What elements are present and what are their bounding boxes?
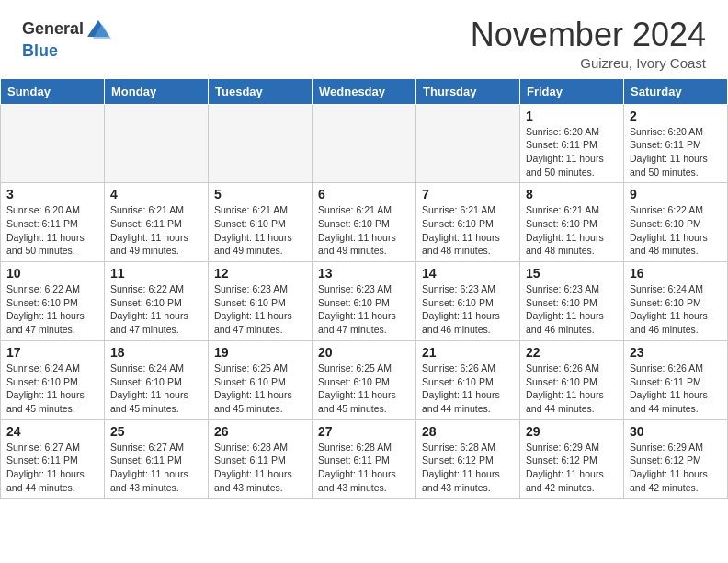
header-friday: Friday <box>520 78 624 104</box>
table-row: 15Sunrise: 6:23 AM Sunset: 6:10 PM Dayli… <box>520 262 624 341</box>
table-row <box>209 104 313 183</box>
day-info: Sunrise: 6:29 AM Sunset: 6:12 PM Dayligh… <box>630 441 722 495</box>
day-info: Sunrise: 6:22 AM Sunset: 6:10 PM Dayligh… <box>110 282 202 337</box>
day-info: Sunrise: 6:28 AM Sunset: 6:12 PM Dayligh… <box>422 441 514 495</box>
day-info: Sunrise: 6:21 AM Sunset: 6:11 PM Dayligh… <box>110 203 202 258</box>
table-row: 9Sunrise: 6:22 AM Sunset: 6:10 PM Daylig… <box>624 183 728 262</box>
table-row: 6Sunrise: 6:21 AM Sunset: 6:10 PM Daylig… <box>313 183 416 262</box>
table-row: 20Sunrise: 6:25 AM Sunset: 6:10 PM Dayli… <box>313 340 416 419</box>
header-thursday: Thursday <box>416 78 520 104</box>
day-number: 20 <box>318 345 410 360</box>
day-info: Sunrise: 6:28 AM Sunset: 6:11 PM Dayligh… <box>214 441 306 495</box>
day-info: Sunrise: 6:21 AM Sunset: 6:10 PM Dayligh… <box>526 203 618 258</box>
table-row: 13Sunrise: 6:23 AM Sunset: 6:10 PM Dayli… <box>313 262 416 341</box>
calendar-week-4: 17Sunrise: 6:24 AM Sunset: 6:10 PM Dayli… <box>1 340 728 419</box>
header-sunday: Sunday <box>1 78 105 104</box>
logo-blue: Blue <box>22 42 111 61</box>
day-number: 7 <box>422 187 514 201</box>
day-number: 9 <box>630 187 722 201</box>
table-row: 21Sunrise: 6:26 AM Sunset: 6:10 PM Dayli… <box>416 340 520 419</box>
day-number: 1 <box>526 109 618 123</box>
day-number: 11 <box>110 266 202 281</box>
table-row: 25Sunrise: 6:27 AM Sunset: 6:11 PM Dayli… <box>105 419 209 499</box>
table-row: 5Sunrise: 6:21 AM Sunset: 6:10 PM Daylig… <box>209 183 313 262</box>
table-row <box>313 104 416 183</box>
table-row: 14Sunrise: 6:23 AM Sunset: 6:10 PM Dayli… <box>416 262 520 341</box>
table-row: 12Sunrise: 6:23 AM Sunset: 6:10 PM Dayli… <box>209 262 313 341</box>
logo-general: General <box>22 20 84 39</box>
calendar-week-2: 3Sunrise: 6:20 AM Sunset: 6:11 PM Daylig… <box>1 183 728 262</box>
table-row <box>416 104 520 183</box>
day-number: 14 <box>422 266 514 281</box>
day-number: 8 <box>526 187 618 201</box>
day-number: 4 <box>110 187 202 201</box>
day-info: Sunrise: 6:24 AM Sunset: 6:10 PM Dayligh… <box>110 362 202 416</box>
table-row: 8Sunrise: 6:21 AM Sunset: 6:10 PM Daylig… <box>520 183 624 262</box>
table-row: 28Sunrise: 6:28 AM Sunset: 6:12 PM Dayli… <box>416 419 520 499</box>
table-row: 26Sunrise: 6:28 AM Sunset: 6:11 PM Dayli… <box>209 419 313 499</box>
table-row: 23Sunrise: 6:26 AM Sunset: 6:11 PM Dayli… <box>624 340 728 419</box>
header-monday: Monday <box>105 78 209 104</box>
day-number: 27 <box>318 424 410 439</box>
day-info: Sunrise: 6:20 AM Sunset: 6:11 PM Dayligh… <box>630 125 722 179</box>
title-block: November 2024 Guizreu, Ivory Coast <box>471 17 706 71</box>
header-wednesday: Wednesday <box>313 78 416 104</box>
day-info: Sunrise: 6:20 AM Sunset: 6:11 PM Dayligh… <box>526 125 618 179</box>
day-number: 22 <box>526 345 618 360</box>
day-info: Sunrise: 6:27 AM Sunset: 6:11 PM Dayligh… <box>110 441 202 495</box>
day-number: 24 <box>6 424 98 439</box>
table-row: 1Sunrise: 6:20 AM Sunset: 6:11 PM Daylig… <box>520 104 624 183</box>
page-header: General Blue November 2024 Guizreu, Ivor… <box>0 0 728 78</box>
calendar-wrapper: Sunday Monday Tuesday Wednesday Thursday… <box>0 78 728 500</box>
day-info: Sunrise: 6:21 AM Sunset: 6:10 PM Dayligh… <box>422 203 514 258</box>
day-info: Sunrise: 6:26 AM Sunset: 6:10 PM Dayligh… <box>526 362 618 416</box>
day-info: Sunrise: 6:24 AM Sunset: 6:10 PM Dayligh… <box>630 282 722 337</box>
table-row: 7Sunrise: 6:21 AM Sunset: 6:10 PM Daylig… <box>416 183 520 262</box>
day-number: 28 <box>422 424 514 439</box>
table-row: 29Sunrise: 6:29 AM Sunset: 6:12 PM Dayli… <box>520 419 624 499</box>
day-info: Sunrise: 6:26 AM Sunset: 6:11 PM Dayligh… <box>630 362 722 416</box>
day-info: Sunrise: 6:21 AM Sunset: 6:10 PM Dayligh… <box>214 203 306 258</box>
table-row: 16Sunrise: 6:24 AM Sunset: 6:10 PM Dayli… <box>624 262 728 341</box>
table-row: 24Sunrise: 6:27 AM Sunset: 6:11 PM Dayli… <box>1 419 105 499</box>
table-row: 10Sunrise: 6:22 AM Sunset: 6:10 PM Dayli… <box>1 262 105 341</box>
day-number: 5 <box>214 187 306 201</box>
day-number: 15 <box>526 266 618 281</box>
day-number: 29 <box>526 424 618 439</box>
day-number: 30 <box>630 424 722 439</box>
day-info: Sunrise: 6:20 AM Sunset: 6:11 PM Dayligh… <box>6 203 98 258</box>
table-row: 4Sunrise: 6:21 AM Sunset: 6:11 PM Daylig… <box>105 183 209 262</box>
day-info: Sunrise: 6:22 AM Sunset: 6:10 PM Dayligh… <box>6 282 98 337</box>
table-row: 19Sunrise: 6:25 AM Sunset: 6:10 PM Dayli… <box>209 340 313 419</box>
day-info: Sunrise: 6:27 AM Sunset: 6:11 PM Dayligh… <box>6 441 98 495</box>
day-info: Sunrise: 6:23 AM Sunset: 6:10 PM Dayligh… <box>422 282 514 337</box>
table-row: 30Sunrise: 6:29 AM Sunset: 6:12 PM Dayli… <box>624 419 728 499</box>
table-row: 18Sunrise: 6:24 AM Sunset: 6:10 PM Dayli… <box>105 340 209 419</box>
day-info: Sunrise: 6:21 AM Sunset: 6:10 PM Dayligh… <box>318 203 410 258</box>
day-number: 16 <box>630 266 722 281</box>
table-row: 3Sunrise: 6:20 AM Sunset: 6:11 PM Daylig… <box>1 183 105 262</box>
day-number: 10 <box>6 266 98 281</box>
logo: General Blue <box>22 17 111 61</box>
day-number: 17 <box>6 345 98 360</box>
calendar-week-1: 1Sunrise: 6:20 AM Sunset: 6:11 PM Daylig… <box>1 104 728 183</box>
day-number: 26 <box>214 424 306 439</box>
day-number: 23 <box>630 345 722 360</box>
day-info: Sunrise: 6:22 AM Sunset: 6:10 PM Dayligh… <box>630 203 722 258</box>
weekday-header-row: Sunday Monday Tuesday Wednesday Thursday… <box>1 78 728 104</box>
day-number: 13 <box>318 266 410 281</box>
location-title: Guizreu, Ivory Coast <box>471 55 706 71</box>
table-row <box>1 104 105 183</box>
calendar-week-5: 24Sunrise: 6:27 AM Sunset: 6:11 PM Dayli… <box>1 419 728 499</box>
logo-icon <box>85 17 111 42</box>
day-number: 25 <box>110 424 202 439</box>
day-info: Sunrise: 6:23 AM Sunset: 6:10 PM Dayligh… <box>214 282 306 337</box>
day-info: Sunrise: 6:24 AM Sunset: 6:10 PM Dayligh… <box>6 362 98 416</box>
day-number: 6 <box>318 187 410 201</box>
day-info: Sunrise: 6:26 AM Sunset: 6:10 PM Dayligh… <box>422 362 514 416</box>
header-tuesday: Tuesday <box>209 78 313 104</box>
table-row: 11Sunrise: 6:22 AM Sunset: 6:10 PM Dayli… <box>105 262 209 341</box>
day-info: Sunrise: 6:25 AM Sunset: 6:10 PM Dayligh… <box>318 362 410 416</box>
month-title: November 2024 <box>471 17 706 53</box>
day-number: 18 <box>110 345 202 360</box>
